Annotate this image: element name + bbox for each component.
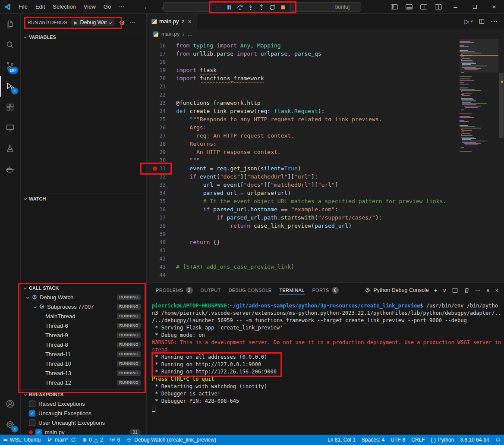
call-stack-row[interactable]: Debug WatchRUNNING	[21, 292, 146, 302]
menu-selection[interactable]: Selection	[49, 2, 79, 12]
breadcrumb[interactable]: main.py › …	[147, 29, 504, 39]
nav-back-button[interactable]: ←	[139, 3, 154, 10]
gutter[interactable]: 39	[147, 231, 172, 237]
gutter[interactable]: 43	[147, 264, 172, 270]
breakpoint-row[interactable]: ✓main.py31	[21, 427, 146, 435]
activity-extensions[interactable]	[0, 97, 20, 117]
tab-close-icon[interactable]: ×	[188, 18, 192, 25]
gutter[interactable]: 41	[147, 248, 172, 254]
gutter[interactable]: 36	[147, 207, 172, 213]
sidebar-more-actions-icon[interactable]: ⋯	[129, 19, 135, 26]
pause-button[interactable]	[224, 3, 234, 12]
terminal-output[interactable]: pierrick@LAPTOP-HKU5PNNG:~/git/add-ons-s…	[152, 302, 498, 433]
eol-indicator[interactable]: CRLF	[408, 435, 428, 445]
maximize-panel-icon[interactable]: ∧	[486, 287, 490, 294]
menu-more[interactable]: ⋯	[115, 2, 128, 12]
gutter[interactable]: 38	[147, 223, 172, 229]
gutter[interactable]: 17	[147, 51, 172, 57]
panel-tab-output[interactable]: OUTPUT	[197, 283, 225, 298]
branch-indicator[interactable]: main*	[44, 435, 79, 445]
call-stack-row[interactable]: Thread-9RUNNING	[21, 330, 146, 340]
panel-more-actions-icon[interactable]: ⋯	[475, 287, 481, 294]
debug-config-dropdown[interactable]: ▶ Debug Wat	[71, 19, 115, 26]
activity-search[interactable]	[0, 34, 20, 55]
gutter[interactable]: 25	[147, 116, 172, 122]
split-terminal-icon[interactable]	[452, 287, 458, 294]
encoding-indicator[interactable]: UTF-8	[387, 435, 408, 445]
language-mode[interactable]: { } Python	[428, 435, 457, 445]
menu-view[interactable]: View	[80, 2, 100, 12]
gutter[interactable]: 26	[147, 125, 172, 131]
minimize-button[interactable]: –	[446, 0, 465, 14]
gutter[interactable]: 21	[147, 84, 172, 90]
toggle-secondary-sidebar-icon[interactable]	[420, 4, 427, 9]
activity-run-and-debug[interactable]: 1	[0, 76, 20, 97]
breakpoint-row[interactable]: User Uncaught Exceptions	[21, 418, 146, 427]
breakpoint-dot-icon[interactable]	[153, 166, 157, 171]
gutter[interactable]: 20	[147, 75, 172, 81]
activity-source-control[interactable]: 1K+	[0, 55, 20, 76]
breadcrumb-file[interactable]: main.py	[161, 31, 180, 37]
activity-explorer[interactable]	[0, 14, 20, 34]
cursor-position[interactable]: Ln 81, Col 1	[324, 435, 359, 445]
gutter[interactable]: 22	[147, 92, 172, 98]
gutter[interactable]: 23	[147, 100, 172, 106]
menu-file[interactable]: File	[15, 2, 32, 12]
notifications-bell[interactable]	[492, 435, 504, 445]
breadcrumb-more[interactable]: …	[187, 31, 192, 37]
split-editor-icon[interactable]	[479, 18, 485, 25]
watch-section-header[interactable]: WATCH	[21, 194, 146, 203]
call-stack-row[interactable]: Thread-6RUNNING	[21, 321, 146, 330]
breakpoint-row[interactable]: ✓Uncaught Exceptions	[21, 408, 146, 418]
panel-tab-problems[interactable]: PROBLEMS2	[152, 283, 197, 298]
indentation-indicator[interactable]: Spaces: 4	[359, 435, 387, 445]
run-python-file-button[interactable]: ▷ ∨	[465, 18, 473, 25]
debug-session-indicator[interactable]: Debug Watch (create_link_preview)	[123, 435, 219, 445]
new-terminal-button[interactable]: +	[434, 287, 438, 294]
call-stack-row[interactable]: Thread-10RUNNING	[21, 359, 146, 368]
stop-button[interactable]	[277, 3, 288, 12]
panel-tab-ports[interactable]: PORTS6	[308, 283, 342, 298]
gutter[interactable]: 30	[147, 157, 172, 163]
activity-remote-explorer[interactable]	[0, 117, 20, 138]
breakpoint-checkbox[interactable]	[29, 420, 35, 426]
breakpoint-checkbox[interactable]	[29, 401, 35, 407]
editor-scrollbar[interactable]	[498, 39, 504, 282]
remote-indicator[interactable]: >< WSL: Ubuntu	[0, 435, 44, 445]
activity-docker[interactable]	[0, 159, 20, 179]
toggle-panel-icon[interactable]	[406, 4, 413, 9]
gutter[interactable]: 40	[147, 239, 172, 245]
call-stack-row[interactable]: Thread-12RUNNING	[21, 378, 146, 387]
step-over-button[interactable]	[234, 3, 245, 12]
breakpoint-checkbox[interactable]: ✓	[29, 410, 35, 417]
breakpoints-section-header[interactable]: BREAKPOINTS	[21, 389, 146, 399]
gutter[interactable]: 31	[147, 166, 172, 172]
restart-button[interactable]	[267, 3, 277, 12]
activity-settings[interactable]: 1	[0, 414, 20, 435]
gutter[interactable]: 37	[147, 215, 172, 221]
gutter[interactable]: 44	[147, 272, 172, 278]
gutter[interactable]: 35	[147, 198, 172, 204]
scrollbar-thumb[interactable]	[499, 73, 504, 138]
minimap[interactable]	[460, 39, 498, 282]
variables-section-header[interactable]: VARIABLES	[21, 32, 146, 41]
close-window-button[interactable]: ×	[485, 0, 504, 14]
gutter[interactable]: 16	[147, 43, 172, 49]
step-into-button[interactable]	[245, 3, 256, 12]
menu-go[interactable]: Go	[100, 2, 115, 12]
gutter[interactable]: 34	[147, 190, 172, 196]
gutter[interactable]: 19	[147, 67, 172, 73]
start-debug-icon[interactable]: ▶	[74, 20, 78, 25]
problems-indicator[interactable]: ⊗ 0 △ 2	[79, 435, 106, 445]
gutter[interactable]: 33	[147, 182, 172, 188]
gutter[interactable]: 27	[147, 133, 172, 139]
activity-testing[interactable]	[0, 138, 20, 159]
close-panel-icon[interactable]: ×	[495, 287, 498, 294]
toggle-sidebar-icon[interactable]	[391, 4, 398, 9]
menu-edit[interactable]: Edit	[32, 2, 49, 12]
terminal-dropdown-icon[interactable]: ∨	[442, 287, 447, 294]
gutter[interactable]: 24	[147, 108, 172, 114]
maximize-button[interactable]	[465, 0, 485, 14]
gutter[interactable]: 28	[147, 141, 172, 147]
breakpoint-row[interactable]: Raised Exceptions	[21, 399, 146, 408]
